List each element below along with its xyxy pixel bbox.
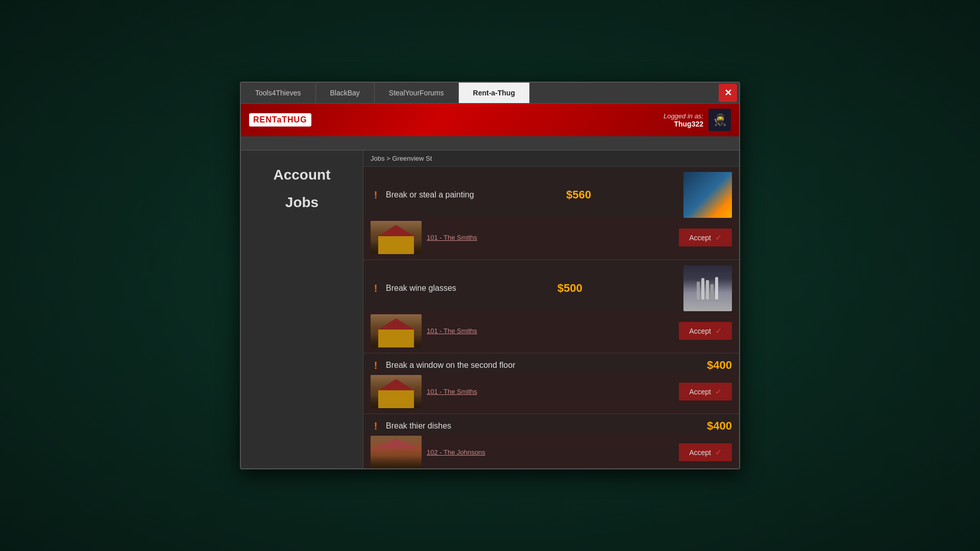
logo-prefix: RENT xyxy=(253,115,277,124)
job-1-accept-label: Accept xyxy=(689,234,711,242)
job-1-preview-image xyxy=(683,172,732,218)
job-1-check-icon: ✓ xyxy=(715,233,722,242)
job-3-target-link[interactable]: 101 - The Smiths xyxy=(427,388,674,395)
job-1-accept-button[interactable]: Accept ✓ xyxy=(679,229,732,246)
job-4-title-area: ! Break thier dishes xyxy=(371,420,702,432)
job-1-detail: 101 - The Smiths Accept ✓ xyxy=(363,218,739,259)
job-1-house-image xyxy=(371,221,422,254)
username-display: Thug322 xyxy=(664,120,703,128)
job-1-title: Break or steal a painting xyxy=(386,190,474,199)
job-4-alert-icon: ! xyxy=(371,420,381,432)
job-4-reward: $400 xyxy=(707,419,732,433)
job-4-target-link[interactable]: 102 - The Johnsons xyxy=(427,448,674,456)
job-3-title-area: ! Break a window on the second floor xyxy=(371,360,702,371)
job-2-header: ! Break wine glasses $500 xyxy=(363,260,739,311)
job-3-house-image xyxy=(371,375,422,408)
browser-window: Tools4Thieves BlackBay StealYourForums R… xyxy=(240,82,740,469)
tab-rent-a-thug[interactable]: Rent-a-Thug xyxy=(459,83,530,103)
job-1-alert-icon: ! xyxy=(371,189,381,201)
breadcrumb-current: Greenview St xyxy=(392,155,432,162)
job-4-title: Break thier dishes xyxy=(386,421,702,431)
job-3-header: ! Break a window on the second floor $40… xyxy=(363,354,739,372)
job-3-house-thumb xyxy=(371,375,422,408)
job-2-title: Break wine glasses xyxy=(386,284,456,293)
job-2-accept-label: Accept xyxy=(689,327,711,335)
tab-tools4thieves[interactable]: Tools4Thieves xyxy=(241,83,316,103)
job-2-check-icon: ✓ xyxy=(715,326,722,336)
tab-stealyourforums[interactable]: StealYourForums xyxy=(375,83,459,103)
job-2-accept-button[interactable]: Accept ✓ xyxy=(679,322,732,340)
job-3-alert-icon: ! xyxy=(371,360,381,371)
main-content: Account Jobs Jobs > Greenview St ! Break… xyxy=(241,151,739,468)
user-avatar: 🥷 xyxy=(708,109,731,131)
job-3-check-icon: ✓ xyxy=(715,387,722,396)
job-3-accept-label: Accept xyxy=(689,388,711,396)
sidebar: Account Jobs xyxy=(241,151,363,468)
job-1-house-wall xyxy=(378,236,414,254)
tab-blackbay[interactable]: BlackBay xyxy=(316,83,375,103)
nav-bar xyxy=(241,136,739,151)
tab-bar: Tools4Thieves BlackBay StealYourForums R… xyxy=(241,83,739,104)
job-1-target-link[interactable]: 101 - The Smiths xyxy=(427,234,674,241)
job-2-title-area: ! Break wine glasses xyxy=(371,283,456,294)
login-label-group: Logged in as: Thug322 xyxy=(664,112,703,128)
job-2-alert-icon: ! xyxy=(371,283,381,294)
job-3-detail: 101 - The Smiths Accept ✓ xyxy=(363,372,739,413)
job-1-title-area: ! Break or steal a painting xyxy=(371,189,474,201)
sidebar-jobs-label: Jobs xyxy=(251,193,353,212)
job-4-detail: 102 - The Johnsons Accept ✓ xyxy=(363,433,739,468)
job-2-target-link[interactable]: 101 - The Smiths xyxy=(427,327,674,335)
job-item-1: ! Break or steal a painting $560 xyxy=(363,167,739,260)
job-1-house-thumb xyxy=(371,221,422,254)
job-4-header: ! Break thier dishes $400 xyxy=(363,414,739,433)
job-2-house-thumb xyxy=(371,314,422,347)
job-2-preview-image xyxy=(683,265,732,311)
job-3-accept-button[interactable]: Accept ✓ xyxy=(679,383,732,400)
job-4-check-icon: ✓ xyxy=(715,447,722,457)
job-4-house-thumb xyxy=(371,436,422,468)
breadcrumb-jobs-link[interactable]: Jobs xyxy=(371,155,384,162)
job-2-house-wall xyxy=(378,330,414,347)
job-list: ! Break or steal a painting $560 xyxy=(363,167,739,468)
job-2-house-image xyxy=(371,314,422,347)
site-logo: RENTaTHUG xyxy=(249,113,311,127)
job-2-reward: $500 xyxy=(557,282,582,295)
job-4-house-image xyxy=(371,436,422,468)
logo-suffix: THUG xyxy=(282,115,307,124)
content-area[interactable]: Jobs > Greenview St ! Break or steal a p… xyxy=(363,151,739,468)
close-button[interactable]: ✕ xyxy=(719,84,737,102)
job-3-reward: $400 xyxy=(707,359,732,372)
job-item-3: ! Break a window on the second floor $40… xyxy=(363,354,739,414)
job-4-accept-button[interactable]: Accept ✓ xyxy=(679,443,732,461)
job-1-header: ! Break or steal a painting $560 xyxy=(363,167,739,218)
breadcrumb: Jobs > Greenview St xyxy=(363,151,739,167)
login-info: Logged in as: Thug322 🥷 xyxy=(664,109,731,131)
job-1-preview xyxy=(683,172,732,218)
job-item-4: ! Break thier dishes $400 102 - The John… xyxy=(363,414,739,468)
logged-in-label: Logged in as: xyxy=(664,112,703,120)
job-item-2: ! Break wine glasses $500 xyxy=(363,260,739,354)
job-3-title: Break a window on the second floor xyxy=(386,361,702,370)
breadcrumb-separator: > xyxy=(384,155,392,162)
job-3-house-wall xyxy=(378,390,414,408)
job-4-accept-label: Accept xyxy=(689,448,711,457)
header-bar: RENTaTHUG Logged in as: Thug322 🥷 xyxy=(241,104,739,136)
logo-highlight: a xyxy=(277,115,282,124)
job-2-detail: 101 - The Smiths Accept ✓ xyxy=(363,311,739,353)
sidebar-account-label: Account xyxy=(251,166,353,184)
job-2-preview xyxy=(683,265,732,311)
job-1-reward: $560 xyxy=(566,188,591,202)
